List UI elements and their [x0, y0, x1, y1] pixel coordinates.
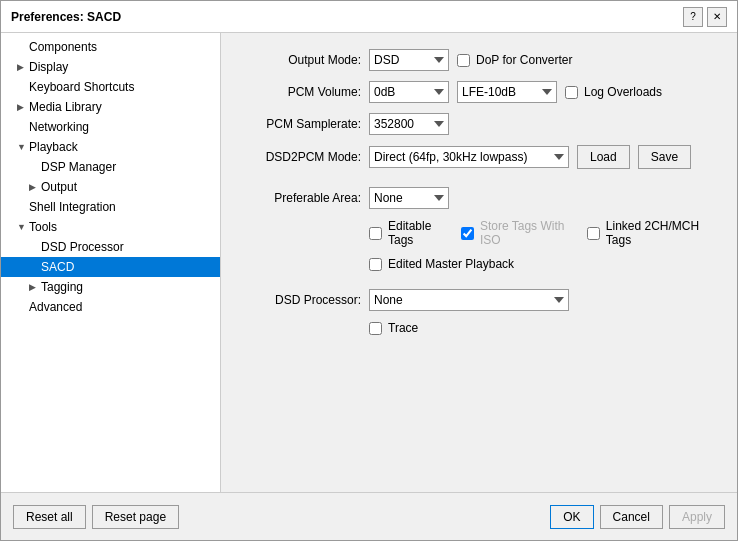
- edited-master-group: Edited Master Playback: [369, 257, 514, 271]
- sidebar-item-networking[interactable]: Networking: [1, 117, 220, 137]
- preferable-area-row: Preferable Area: None: [241, 187, 717, 209]
- trace-group: Trace: [369, 321, 418, 335]
- sidebar-item-dsp-manager[interactable]: DSP Manager: [1, 157, 220, 177]
- arrow-playback: ▼: [17, 142, 27, 152]
- pcm-volume-select[interactable]: 0dB: [369, 81, 449, 103]
- footer-right-buttons: OK Cancel Apply: [550, 505, 725, 529]
- title-bar: Preferences: SACD ? ✕: [1, 1, 737, 33]
- sidebar-label-media: Media Library: [29, 100, 102, 114]
- linked-2ch-mch-label: Linked 2CH/MCH Tags: [606, 219, 717, 247]
- sidebar-item-sacd[interactable]: SACD: [1, 257, 220, 277]
- dsd2pcm-select[interactable]: Direct (64fp, 30kHz lowpass): [369, 146, 569, 168]
- pcm-volume-label: PCM Volume:: [241, 85, 361, 99]
- ok-button[interactable]: OK: [550, 505, 593, 529]
- store-tags-iso-label: Store Tags With ISO: [480, 219, 579, 247]
- pcm-samplerate-select[interactable]: 352800: [369, 113, 449, 135]
- sidebar-item-media-library[interactable]: ▶ Media Library: [1, 97, 220, 117]
- sidebar-item-advanced[interactable]: Advanced: [1, 297, 220, 317]
- preferable-area-label: Preferable Area:: [241, 191, 361, 205]
- sidebar-item-components[interactable]: Components: [1, 37, 220, 57]
- sidebar-label-output: Output: [41, 180, 77, 194]
- reset-all-button[interactable]: Reset all: [13, 505, 86, 529]
- editable-tags-group: Editable Tags: [369, 219, 453, 247]
- sidebar-item-playback[interactable]: ▼ Playback: [1, 137, 220, 157]
- dop-checkbox-group: DoP for Converter: [457, 53, 573, 67]
- sidebar-label-tools: Tools: [29, 220, 57, 234]
- sidebar-label-playback: Playback: [29, 140, 78, 154]
- arrow-tagging: ▶: [29, 282, 39, 292]
- sidebar-item-tagging[interactable]: ▶ Tagging: [1, 277, 220, 297]
- pcm-volume-row: PCM Volume: 0dB LFE-10dB Log Overloads: [241, 81, 717, 103]
- log-overloads-checkbox[interactable]: [565, 86, 578, 99]
- pcm-samplerate-label: PCM Samplerate:: [241, 117, 361, 131]
- arrow-output: ▶: [29, 182, 39, 192]
- editable-tags-row: Editable Tags Store Tags With ISO Linked…: [241, 219, 717, 247]
- log-overloads-group: Log Overloads: [565, 85, 662, 99]
- content-area: Components ▶ Display Keyboard Shortcuts …: [1, 33, 737, 492]
- trace-row: Trace: [241, 321, 717, 335]
- trace-checkbox[interactable]: [369, 322, 382, 335]
- output-mode-row: Output Mode: DSD DoP for Converter: [241, 49, 717, 71]
- reset-page-button[interactable]: Reset page: [92, 505, 179, 529]
- dialog-title: Preferences: SACD: [11, 10, 121, 24]
- arrow-display: ▶: [17, 62, 27, 72]
- output-mode-label: Output Mode:: [241, 53, 361, 67]
- preferable-area-select[interactable]: None: [369, 187, 449, 209]
- sidebar-item-tools[interactable]: ▼ Tools: [1, 217, 220, 237]
- output-mode-select[interactable]: DSD: [369, 49, 449, 71]
- sidebar-item-output[interactable]: ▶ Output: [1, 177, 220, 197]
- sidebar-label-dsdp: DSD Processor: [41, 240, 124, 254]
- edited-master-checkbox[interactable]: [369, 258, 382, 271]
- sidebar-label-display: Display: [29, 60, 68, 74]
- lfe-select[interactable]: LFE-10dB: [457, 81, 557, 103]
- sidebar-label-dsp: DSP Manager: [41, 160, 116, 174]
- arrow-tools: ▼: [17, 222, 27, 232]
- dop-checkbox[interactable]: [457, 54, 470, 67]
- footer-left-buttons: Reset all Reset page: [13, 505, 179, 529]
- sidebar-item-dsd-processor[interactable]: DSD Processor: [1, 237, 220, 257]
- help-button[interactable]: ?: [683, 7, 703, 27]
- linked-2ch-mch-checkbox[interactable]: [587, 227, 600, 240]
- sidebar: Components ▶ Display Keyboard Shortcuts …: [1, 33, 221, 492]
- load-button[interactable]: Load: [577, 145, 630, 169]
- footer: Reset all Reset page OK Cancel Apply: [1, 492, 737, 540]
- dop-label: DoP for Converter: [476, 53, 573, 67]
- sidebar-label-advanced: Advanced: [29, 300, 82, 314]
- sidebar-label-keyboard: Keyboard Shortcuts: [29, 80, 134, 94]
- store-tags-iso-group: Store Tags With ISO: [461, 219, 579, 247]
- dsd-processor-row: DSD Processor: None: [241, 289, 717, 311]
- main-panel: Output Mode: DSD DoP for Converter PCM V…: [221, 33, 737, 492]
- editable-tags-checkbox[interactable]: [369, 227, 382, 240]
- store-tags-iso-checkbox[interactable]: [461, 227, 474, 240]
- save-button[interactable]: Save: [638, 145, 691, 169]
- pcm-samplerate-row: PCM Samplerate: 352800: [241, 113, 717, 135]
- trace-label: Trace: [388, 321, 418, 335]
- edited-master-label: Edited Master Playback: [388, 257, 514, 271]
- title-bar-controls: ? ✕: [683, 7, 727, 27]
- preferences-dialog: Preferences: SACD ? ✕ Components ▶ Displ…: [0, 0, 738, 541]
- editable-tags-label: Editable Tags: [388, 219, 453, 247]
- cancel-button[interactable]: Cancel: [600, 505, 663, 529]
- sidebar-label-networking: Networking: [29, 120, 89, 134]
- sidebar-label-components: Components: [29, 40, 97, 54]
- sidebar-label-tagging: Tagging: [41, 280, 83, 294]
- close-button[interactable]: ✕: [707, 7, 727, 27]
- linked-2ch-mch-group: Linked 2CH/MCH Tags: [587, 219, 717, 247]
- sidebar-item-display[interactable]: ▶ Display: [1, 57, 220, 77]
- apply-button[interactable]: Apply: [669, 505, 725, 529]
- sidebar-item-keyboard-shortcuts[interactable]: Keyboard Shortcuts: [1, 77, 220, 97]
- edited-master-row: Edited Master Playback: [241, 257, 717, 271]
- log-overloads-label: Log Overloads: [584, 85, 662, 99]
- sidebar-item-shell-integration[interactable]: Shell Integration: [1, 197, 220, 217]
- sidebar-label-sacd: SACD: [41, 260, 74, 274]
- dsd-processor-label: DSD Processor:: [241, 293, 361, 307]
- dsd2pcm-label: DSD2PCM Mode:: [241, 150, 361, 164]
- dsd2pcm-row: DSD2PCM Mode: Direct (64fp, 30kHz lowpas…: [241, 145, 717, 169]
- arrow-media: ▶: [17, 102, 27, 112]
- dsd-processor-select[interactable]: None: [369, 289, 569, 311]
- sidebar-label-shell: Shell Integration: [29, 200, 116, 214]
